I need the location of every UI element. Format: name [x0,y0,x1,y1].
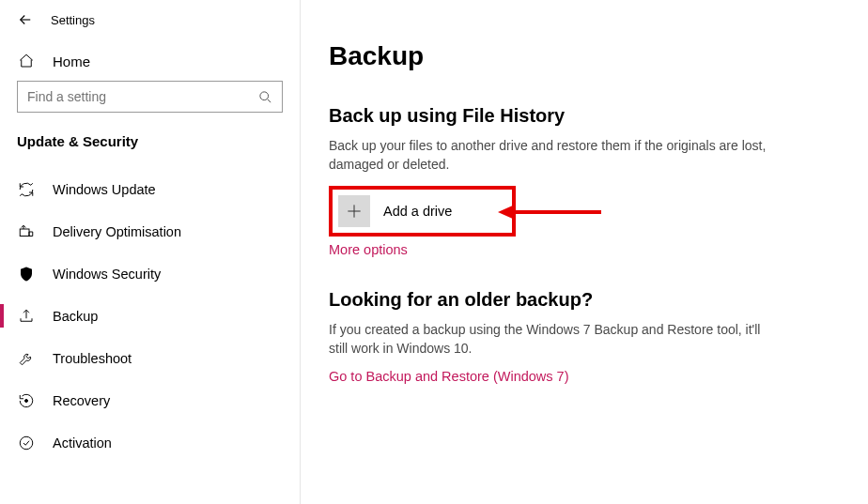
delivery-icon [17,223,36,240]
svg-point-2 [25,399,28,402]
add-drive-highlight: Add a drive [329,186,516,237]
svg-rect-1 [20,229,29,237]
home-label: Home [53,53,90,69]
add-drive-button[interactable] [338,195,370,227]
nav-item-recovery[interactable]: Recovery [0,379,300,421]
sidebar: Settings Home Update & Security Windows … [0,0,301,504]
wrench-icon [17,350,36,367]
svg-marker-5 [498,205,515,220]
annotation-arrow-icon [498,201,601,223]
nav-label: Troubleshoot [53,351,132,366]
main-content: Backup Back up using File History Back u… [301,0,868,504]
file-history-heading: Back up using File History [329,105,840,127]
nav-label: Backup [53,309,98,324]
activation-icon [17,435,36,451]
svg-point-0 [260,91,269,99]
nav-item-backup[interactable]: Backup [0,295,300,337]
app-title: Settings [51,13,95,27]
nav-label: Recovery [53,393,110,408]
sync-icon [17,181,36,198]
shield-icon [17,266,36,283]
backup-icon [17,308,36,325]
back-icon[interactable] [17,11,34,28]
recovery-icon [17,392,36,409]
nav-list: Windows Update Delivery Optimisation Win… [0,168,300,464]
search-box[interactable] [17,81,283,113]
nav-item-delivery-optimisation[interactable]: Delivery Optimisation [0,210,300,252]
nav-item-windows-update[interactable]: Windows Update [0,168,300,210]
nav-label: Windows Update [53,182,156,197]
older-backup-description: If you created a backup using the Window… [329,320,780,359]
file-history-description: Back up your files to another drive and … [329,136,780,175]
page-title: Backup [329,41,840,71]
search-input[interactable] [27,89,258,104]
add-drive-label: Add a drive [383,204,452,219]
search-icon [258,90,272,104]
section-label: Update & Security [0,128,300,168]
nav-label: Windows Security [53,267,161,282]
nav-item-activation[interactable]: Activation [0,421,300,464]
home-row[interactable]: Home [0,45,300,81]
titlebar: Settings [0,11,300,45]
nav-item-windows-security[interactable]: Windows Security [0,252,300,295]
nav-label: Delivery Optimisation [53,224,181,239]
nav-item-troubleshoot[interactable]: Troubleshoot [0,337,300,379]
nav-label: Activation [53,435,112,451]
more-options-link[interactable]: More options [329,242,840,257]
svg-point-3 [20,436,33,450]
home-icon [17,53,36,69]
older-backup-link[interactable]: Go to Backup and Restore (Windows 7) [329,369,840,384]
plus-icon [345,202,364,221]
older-backup-heading: Looking for an older backup? [329,289,840,311]
